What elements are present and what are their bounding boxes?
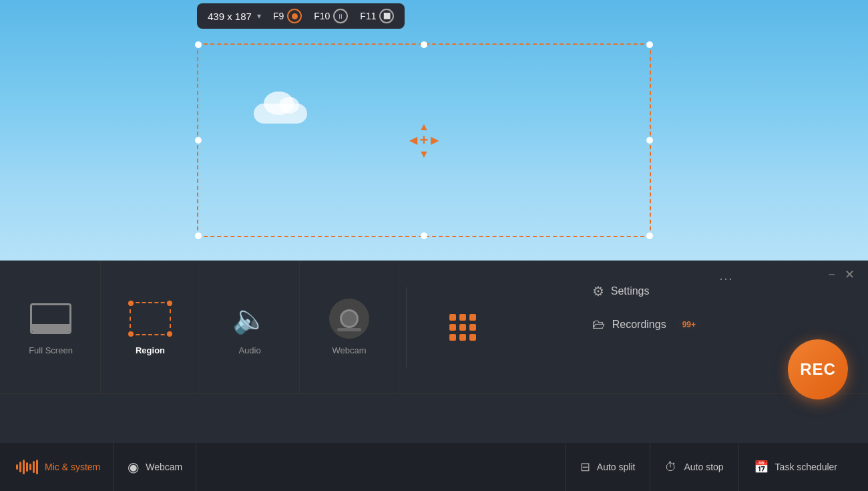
webcam-status-icon: ◉ xyxy=(128,459,139,475)
region-icon-area xyxy=(126,299,174,339)
toolbar-item-audio[interactable]: 🔈 Audio xyxy=(200,261,300,393)
auto-split-button[interactable]: ⊟ Auto split xyxy=(565,443,650,491)
recordings-icon: 🗁 xyxy=(592,317,606,332)
auto-split-label: Auto split xyxy=(597,462,636,472)
audio-icon-area: 🔈 xyxy=(226,299,274,339)
wave-bar-6 xyxy=(33,461,35,473)
recordings-button[interactable]: 🗁 Recordings 99+ xyxy=(586,314,708,335)
mic-system-label: Mic & system xyxy=(45,462,100,472)
pause-key-icon xyxy=(333,9,348,23)
settings-icon: ⚙ xyxy=(592,283,604,299)
minimize-button[interactable]: − xyxy=(828,269,835,281)
capture-toolbar: 439 x 187 ▾ F9 F10 F11 xyxy=(197,3,405,29)
region-corner-br xyxy=(167,331,172,337)
mic-system-button[interactable]: Mic & system xyxy=(16,443,114,491)
selection-region[interactable]: ▲ ◀ + ▶ ▼ xyxy=(197,43,651,237)
handle-top-right[interactable] xyxy=(646,41,653,48)
webcam-status-label: Webcam xyxy=(146,462,182,472)
left-arrow: ◀ xyxy=(409,135,417,146)
toolbar-item-full-screen[interactable]: Full Screen xyxy=(13,261,101,393)
handle-top-left[interactable] xyxy=(195,41,202,48)
webcam-icon-area xyxy=(325,299,373,339)
grid-dot xyxy=(449,334,456,341)
grid-dot xyxy=(449,324,456,331)
f9-button[interactable]: F9 xyxy=(273,9,302,23)
webcam-lens-icon xyxy=(340,309,359,328)
task-scheduler-button[interactable]: 📅 Task scheduler xyxy=(738,443,852,491)
grid-dot xyxy=(459,324,466,331)
toolbar-item-region[interactable]: Region xyxy=(101,261,200,393)
status-bar: Mic & system ◉ Webcam ⊟ Auto split ⏱ Aut… xyxy=(0,443,868,491)
capture-dimensions: 439 x 187 ▾ xyxy=(208,11,261,22)
grid-dot xyxy=(459,334,466,341)
f9-label: F9 xyxy=(273,11,284,21)
control-panel: ⋮ − ✕ Full Screen Region xyxy=(0,261,868,491)
dimensions-dropdown[interactable]: ▾ xyxy=(257,11,261,21)
window-controls: − ✕ xyxy=(828,269,855,281)
full-screen-icon xyxy=(30,303,71,334)
webcam-label: Webcam xyxy=(332,345,366,355)
right-panel: ⚙ Settings 🗁 Recordings 99+ xyxy=(586,281,708,335)
right-status-items: ⊟ Auto split ⏱ Auto stop 📅 Task schedule… xyxy=(565,443,852,491)
down-arrow: ▼ xyxy=(419,148,429,160)
grid-dot xyxy=(469,314,476,321)
handle-top-middle[interactable] xyxy=(421,41,427,48)
wave-bar-2 xyxy=(19,462,21,472)
grid-dot xyxy=(459,314,466,321)
recordings-badge: 99+ xyxy=(677,319,701,331)
handle-bottom-middle[interactable] xyxy=(421,232,427,239)
main-toolbar: Full Screen Region 🔈 Audio xyxy=(0,261,868,394)
f11-button[interactable]: F11 xyxy=(360,9,394,23)
region-icon xyxy=(130,302,171,335)
webcam-status-button[interactable]: ◉ Webcam xyxy=(114,443,196,491)
toolbar-separator xyxy=(406,287,407,367)
region-corner-bl xyxy=(128,331,134,337)
dimensions-value: 439 x 187 xyxy=(208,11,252,22)
menu-dots-button[interactable]: ⋮ xyxy=(718,273,734,287)
region-corner-tr xyxy=(167,301,172,306)
handle-bottom-left[interactable] xyxy=(195,232,202,239)
wave-bar-1 xyxy=(16,464,18,470)
more-apps-icon-area xyxy=(439,307,487,347)
mic-wave-icon xyxy=(16,460,38,474)
rec-label: REC xyxy=(800,360,836,379)
audio-icon: 🔈 xyxy=(232,303,267,335)
record-key-icon xyxy=(287,9,302,23)
handle-middle-right[interactable] xyxy=(646,137,653,144)
full-screen-icon-area xyxy=(27,299,75,339)
wave-bar-3 xyxy=(23,460,25,474)
region-label: Region xyxy=(136,345,165,355)
auto-stop-button[interactable]: ⏱ Auto stop xyxy=(650,443,738,491)
sky-background: 439 x 187 ▾ F9 F10 F11 ▲ ◀ + xyxy=(0,0,868,261)
center-cross: + xyxy=(420,133,429,148)
audio-label: Audio xyxy=(238,345,260,355)
f10-label: F10 xyxy=(314,11,330,21)
wave-bar-7 xyxy=(36,460,38,474)
grid-dot xyxy=(449,314,456,321)
f10-button[interactable]: F10 xyxy=(314,9,348,23)
grid-dot xyxy=(469,324,476,331)
rec-button[interactable]: REC xyxy=(788,339,848,399)
handle-bottom-right[interactable] xyxy=(646,232,653,239)
toolbar-item-more-apps[interactable] xyxy=(413,261,512,393)
screenshot-key-icon xyxy=(379,9,394,23)
auto-stop-label: Auto stop xyxy=(684,462,723,472)
toolbar-item-webcam[interactable]: Webcam xyxy=(300,261,399,393)
auto-split-icon: ⊟ xyxy=(580,460,590,474)
webcam-icon xyxy=(329,299,369,339)
grid-dot xyxy=(469,334,476,341)
more-apps-icon xyxy=(449,314,476,341)
full-screen-label: Full Screen xyxy=(29,345,73,355)
wave-bar-5 xyxy=(29,464,31,470)
f11-label: F11 xyxy=(360,11,376,21)
right-arrow: ▶ xyxy=(431,135,439,146)
settings-label: Settings xyxy=(611,285,650,297)
recordings-label: Recordings xyxy=(612,319,666,331)
settings-button[interactable]: ⚙ Settings xyxy=(586,281,708,302)
close-button[interactable]: ✕ xyxy=(845,269,855,281)
handle-middle-left[interactable] xyxy=(195,137,202,144)
region-corner-tl xyxy=(128,301,134,306)
auto-stop-icon: ⏱ xyxy=(665,460,677,474)
task-scheduler-label: Task scheduler xyxy=(775,462,837,472)
move-cursor[interactable]: ▲ ◀ + ▶ ▼ xyxy=(409,120,439,160)
